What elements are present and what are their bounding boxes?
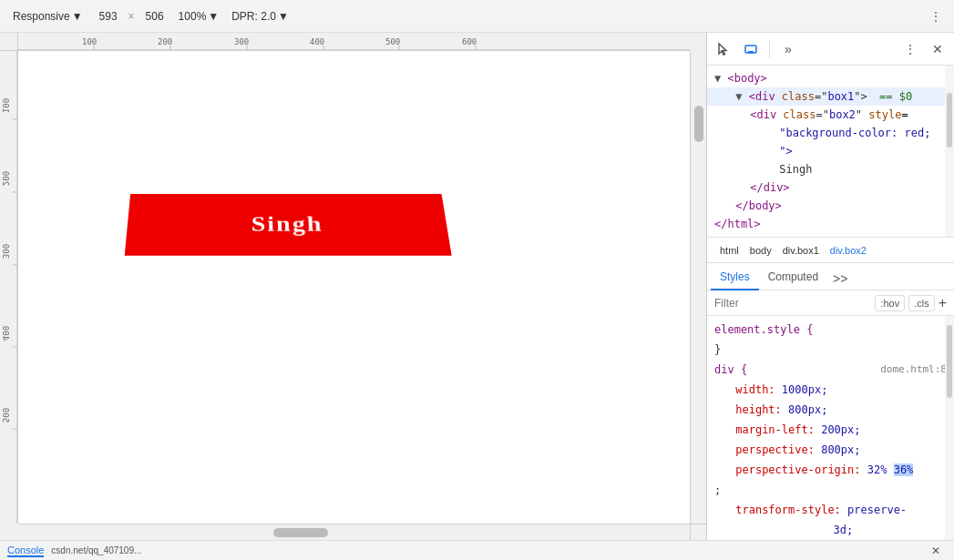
ruler-horizontal: 100 200 300 400 500 600	[18, 33, 690, 51]
width-input[interactable]	[94, 10, 123, 23]
breadcrumb-box2[interactable]: div.box2	[825, 243, 872, 258]
brace-semi: ;	[714, 484, 721, 496]
height-input[interactable]	[140, 10, 169, 23]
tree-attr-name2: style	[868, 108, 901, 121]
prop-margin-left: margin-left:	[735, 423, 815, 436]
main-area: 100 200 300 400 500 600 100 200 300 400 …	[0, 33, 954, 540]
zoom-dropdown[interactable]: 100% ▼	[175, 8, 223, 25]
element-style-brace: }	[714, 343, 721, 356]
prop-transform-style: transform-style:	[735, 504, 841, 516]
scrollbar-corner	[690, 524, 706, 540]
devtools-more-icon[interactable]: »	[775, 36, 801, 62]
scrollbar-vertical[interactable]	[690, 51, 706, 524]
element-style-rule: element.style {	[707, 320, 954, 340]
style-source[interactable]: dome.html:8	[880, 361, 947, 378]
svg-text:500: 500	[1, 408, 10, 423]
style-prop-perspective-origin: perspective-origin: 32% 36%	[707, 460, 954, 480]
prop-height: height:	[735, 403, 782, 416]
responsive-dropdown[interactable]: Responsive ▼	[7, 8, 88, 25]
tree-line[interactable]: </div>	[707, 178, 954, 197]
3d-scene: Singh	[128, 188, 492, 370]
svg-text:100: 100	[82, 37, 97, 46]
tree-closing-body: </body>	[735, 199, 782, 212]
styles-filter-bar: :hov .cls +	[707, 290, 954, 316]
responsive-arrow: ▼	[72, 10, 83, 23]
expand-arrow[interactable]: ▼	[714, 72, 721, 85]
breadcrumb-box1[interactable]: div.box1	[777, 243, 825, 258]
styles-scrollbar[interactable]	[945, 316, 954, 540]
svg-text:200: 200	[1, 171, 10, 186]
devtools-close-icon[interactable]: ✕	[925, 36, 950, 62]
tree-line[interactable]: Singh	[707, 160, 954, 178]
tree-scrollbar-thumb[interactable]	[947, 93, 952, 148]
devtools-options-icon[interactable]: ⋮	[898, 36, 923, 62]
tree-scrollbar[interactable]	[945, 66, 954, 237]
hov-button[interactable]: :hov	[875, 295, 905, 311]
styles-scrollbar-thumb[interactable]	[947, 325, 952, 398]
styles-content: element.style { } div { dome.html:8 widt…	[707, 316, 954, 540]
svg-text:300: 300	[1, 244, 10, 259]
html-tree: ▼ <body> ▼ <div class="box1"> == $0 <div…	[707, 66, 954, 238]
zoom-arrow: ▼	[208, 10, 219, 23]
tree-line[interactable]: </body>	[707, 197, 954, 215]
console-tab[interactable]: Console	[7, 545, 44, 557]
tree-line[interactable]: "background-color: red;	[707, 124, 954, 142]
tab-more[interactable]: >>	[827, 268, 853, 290]
style-prop-width: width: 1000px;	[707, 380, 954, 400]
scrollbar-horizontal[interactable]	[18, 524, 690, 540]
svg-text:400: 400	[1, 326, 10, 341]
tree-attr-name: class	[782, 90, 815, 103]
breadcrumb-body[interactable]: body	[744, 243, 777, 258]
prop-perspective-origin: perspective-origin:	[735, 463, 860, 476]
prop-width: width:	[735, 383, 774, 396]
add-style-button[interactable]: +	[939, 296, 947, 311]
element-picker-icon[interactable]	[711, 36, 736, 62]
top-toolbar: Responsive ▼ × 100% ▼ DPR: 2.0 ▼ ⋮	[0, 0, 954, 33]
red-box-text: Singh	[251, 212, 323, 237]
dpr-dropdown[interactable]: DPR: 2.0 ▼	[228, 8, 292, 25]
bottom-url: csdn.net/qq_407109...	[51, 545, 141, 555]
val-width: 1000px;	[782, 383, 828, 396]
svg-text:200: 200	[158, 37, 172, 46]
tab-computed[interactable]: Computed	[759, 267, 827, 290]
expand-arrow[interactable]: ▼	[735, 90, 742, 103]
val-perspective-origin-2: 36%	[894, 463, 914, 476]
tree-line[interactable]: ▼ <body>	[707, 69, 954, 87]
scrollbar-vertical-thumb[interactable]	[694, 106, 703, 142]
breadcrumb-html[interactable]: html	[714, 243, 744, 258]
val-margin-left: 200px;	[821, 423, 860, 436]
toolbar-more-icon[interactable]: ⋮	[925, 5, 947, 27]
val-perspective: 800px;	[821, 443, 860, 456]
device-toolbar-icon[interactable]	[738, 36, 764, 62]
filter-input[interactable]	[714, 297, 871, 310]
dpr-label: DPR: 2.0	[231, 10, 276, 23]
val-perspective-origin-1: 32%	[867, 463, 894, 476]
style-prop-perspective: perspective: 800px;	[707, 440, 954, 460]
style-prop-3d: 3d;	[707, 520, 954, 540]
prop-perspective: perspective:	[735, 443, 815, 456]
devtools-separator	[769, 40, 770, 58]
tree-close-bracket: ">	[779, 145, 792, 158]
tree-line[interactable]: ">	[707, 142, 954, 160]
dpr-arrow: ▼	[278, 10, 289, 23]
tree-closing-html: </html>	[714, 218, 761, 230]
div-selector: div {	[714, 363, 747, 376]
tree-text-node: Singh	[779, 163, 812, 176]
breadcrumb: html body div.box1 div.box2	[707, 238, 954, 263]
ruler-vertical: 100 200 300 400 500	[0, 51, 18, 524]
devtools-panel: » ⋮ ✕ ▼ <body> ▼ <div class="box1"> == $…	[706, 33, 954, 540]
tree-line-selected[interactable]: ▼ <div class="box1"> == $0	[707, 87, 954, 106]
bottom-close-icon[interactable]: ✕	[925, 540, 947, 561]
styles-tabs: Styles Computed >>	[707, 263, 954, 290]
responsive-label: Responsive	[13, 10, 70, 23]
tree-attr-val: box1	[827, 90, 854, 103]
scrollbar-horizontal-thumb[interactable]	[273, 528, 328, 537]
devtools-top-bar: » ⋮ ✕	[707, 33, 954, 66]
tab-styles[interactable]: Styles	[711, 267, 759, 290]
svg-text:400: 400	[310, 37, 324, 46]
element-style-selector: element.style {	[714, 323, 813, 336]
red-box: Singh	[125, 194, 452, 256]
cls-button[interactable]: .cls	[908, 295, 935, 311]
tree-line[interactable]: <div class="box2" style=	[707, 106, 954, 124]
tree-line[interactable]: </html>	[707, 215, 954, 233]
